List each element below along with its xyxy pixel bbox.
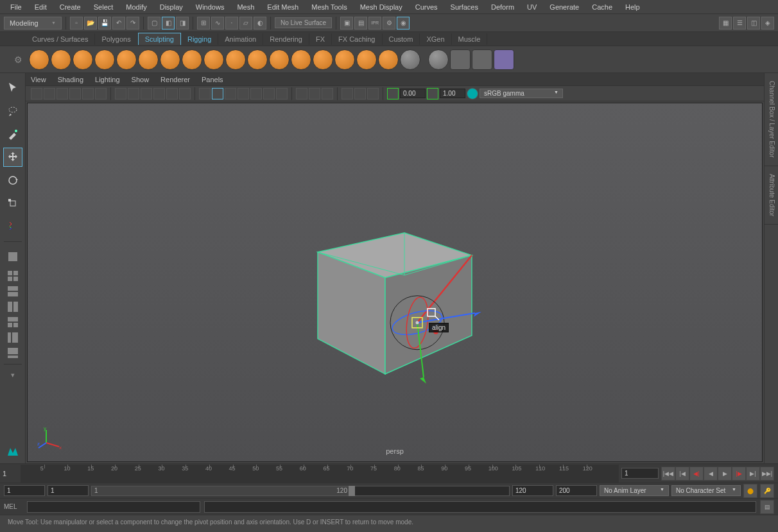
menu-uv[interactable]: UV: [521, 3, 543, 11]
shelf-tab-muscle[interactable]: Muscle: [452, 33, 488, 45]
menu-mesh-tools[interactable]: Mesh Tools: [305, 3, 353, 11]
vp-menu-view[interactable]: View: [31, 76, 46, 83]
play-fwd-icon[interactable]: ▶: [718, 467, 732, 481]
menu-surfaces[interactable]: Surfaces: [444, 3, 485, 11]
vp-colorspace-select[interactable]: sRGB gamma: [480, 89, 563, 98]
range-slider-thumb[interactable]: [349, 486, 355, 496]
snap-live-icon[interactable]: ◐: [254, 17, 266, 30]
vp-grease-icon[interactable]: [82, 88, 94, 99]
vp-lights-icon[interactable]: [238, 88, 249, 99]
render-globals-icon[interactable]: ◉: [397, 17, 410, 30]
vp-film-gate-icon[interactable]: [115, 88, 126, 99]
paint-select-tool-icon[interactable]: [3, 124, 22, 144]
panel-layout-icon[interactable]: ▦: [719, 17, 732, 30]
time-slider[interactable]: 1 51015202530354045505560657075808590951…: [0, 463, 778, 483]
vp-view-transform-icon[interactable]: [367, 88, 379, 99]
falloff-tool-icon[interactable]: [494, 49, 514, 70]
shelf-tab-xgen[interactable]: XGen: [420, 33, 451, 45]
vp-far-clip-field[interactable]: [440, 89, 465, 98]
menu-edit-mesh[interactable]: Edit Mesh: [261, 3, 305, 11]
render-view-icon[interactable]: ▣: [340, 17, 353, 30]
sculpt-tool-2-icon[interactable]: [51, 49, 71, 70]
rotate-tool-icon[interactable]: [3, 171, 22, 190]
auto-key-icon[interactable]: ⬤: [743, 484, 757, 498]
command-input[interactable]: [27, 501, 200, 513]
sculpt-tool-18-icon[interactable]: [400, 49, 420, 70]
lasso-tool-icon[interactable]: [3, 101, 22, 121]
ipr-render-icon[interactable]: IPR: [368, 17, 381, 30]
menu-deform[interactable]: Deform: [485, 3, 521, 11]
shelf-tab-fx[interactable]: FX: [309, 33, 332, 45]
menu-mesh-display[interactable]: Mesh Display: [354, 3, 409, 11]
last-tool-icon[interactable]: [3, 217, 22, 236]
snap-plane-icon[interactable]: ▱: [239, 17, 252, 30]
vp-ao-icon[interactable]: [263, 88, 275, 99]
character-set-select[interactable]: No Character Set: [671, 485, 741, 496]
vp-xray-joints-icon[interactable]: [309, 88, 320, 99]
vp-motion-blur-icon[interactable]: [276, 88, 288, 99]
vp-res-gate-icon[interactable]: [128, 88, 139, 99]
menu-windows[interactable]: Windows: [189, 3, 231, 11]
vp-safe-action-icon[interactable]: [166, 88, 178, 99]
sculpt-tool-14-icon[interactable]: [313, 49, 333, 70]
play-back-icon[interactable]: ◀: [704, 467, 718, 481]
menu-display[interactable]: Display: [153, 3, 189, 11]
save-scene-icon[interactable]: 💾: [98, 17, 111, 30]
menu-edit[interactable]: Edit: [28, 3, 53, 11]
menu-curves[interactable]: Curves: [409, 3, 444, 11]
sculpt-tool-3-icon[interactable]: [73, 49, 93, 70]
shelf-tab-fx-caching[interactable]: FX Caching: [332, 33, 382, 45]
range-end-field[interactable]: [556, 485, 597, 496]
vp-camera-icon[interactable]: [31, 88, 42, 99]
go-start-icon[interactable]: |◀◀: [661, 467, 675, 481]
new-scene-icon[interactable]: ▫: [70, 17, 83, 30]
sculpt-tool-5-icon[interactable]: [116, 49, 137, 70]
vp-image-plane-icon[interactable]: [56, 88, 68, 99]
vp-menu-shading[interactable]: Shading: [58, 76, 83, 83]
two-pane-h-icon[interactable]: [3, 286, 22, 297]
snap-curve-icon[interactable]: ∿: [211, 17, 224, 30]
vp-shaded-icon[interactable]: [212, 88, 223, 99]
shelf-tab-curves[interactable]: Curves / Surfaces: [26, 33, 95, 45]
menu-create[interactable]: Create: [53, 3, 87, 11]
script-lang-button[interactable]: MEL: [4, 503, 23, 510]
two-pane-v-icon[interactable]: [3, 301, 22, 313]
live-surface-button[interactable]: No Live Surface: [275, 17, 332, 28]
anim-start-field[interactable]: [48, 485, 89, 496]
snap-point-icon[interactable]: ·: [225, 17, 238, 30]
sculpt-tool-9-icon[interactable]: [203, 49, 224, 70]
vp-shadows-icon[interactable]: [250, 88, 262, 99]
workspace-mode-select[interactable]: Modeling: [4, 17, 62, 30]
single-pane-icon[interactable]: [3, 247, 22, 266]
anim-layer-select[interactable]: No Anim Layer: [600, 485, 669, 496]
open-scene-icon[interactable]: 📂: [84, 17, 97, 30]
render-frame-icon[interactable]: ▤: [354, 17, 367, 30]
shelf-options-icon[interactable]: ⚙: [14, 55, 22, 65]
view-axis-gizmo[interactable]: y x z: [37, 426, 63, 452]
vp-exposure-icon[interactable]: [341, 88, 353, 99]
vp-bookmark-icon[interactable]: [44, 88, 55, 99]
vp-menu-show[interactable]: Show: [132, 76, 150, 83]
sculpt-tool-17-icon[interactable]: [378, 49, 399, 70]
shelf-tab-polygons[interactable]: Polygons: [95, 33, 137, 45]
channel-box-tab[interactable]: Channel Box / Layer Editor: [765, 73, 778, 166]
vp-isolate-icon[interactable]: [322, 88, 333, 99]
four-pane-icon[interactable]: [3, 270, 22, 282]
vp-xray-icon[interactable]: [296, 88, 307, 99]
vp-field-chart-icon[interactable]: [153, 88, 165, 99]
stamp-tool-icon[interactable]: [472, 49, 492, 70]
three-pane-icon[interactable]: [3, 316, 22, 328]
select-tool-icon[interactable]: [3, 78, 22, 98]
sculpt-tool-8-icon[interactable]: [182, 49, 202, 70]
hypershade-icon[interactable]: ◫: [747, 17, 760, 30]
vp-near-clip-icon[interactable]: [387, 88, 399, 99]
menu-mesh[interactable]: Mesh: [230, 3, 261, 11]
select-object-icon[interactable]: ◨: [176, 17, 189, 30]
render-settings-icon[interactable]: ⚙: [383, 17, 395, 30]
range-start-field[interactable]: [4, 485, 45, 496]
sculpt-tool-16-icon[interactable]: [356, 49, 377, 70]
vp-far-clip-icon[interactable]: [427, 88, 438, 99]
script-editor-icon[interactable]: ▤: [760, 500, 774, 514]
sculpt-tool-6-icon[interactable]: [138, 49, 159, 70]
menu-select[interactable]: Select: [87, 3, 120, 11]
